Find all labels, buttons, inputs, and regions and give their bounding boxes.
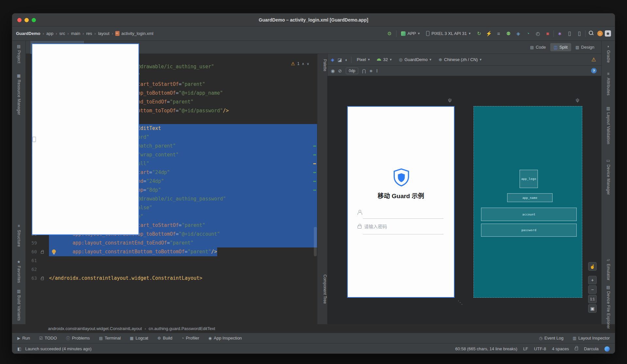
zoom-window-button[interactable] — [32, 18, 36, 22]
tool-window-button-build-variants[interactable]: ▥Build Variants — [12, 288, 25, 322]
blueprint-box-account[interactable]: account — [481, 208, 577, 221]
tool-button-logcat[interactable]: ▦Logcat — [130, 336, 148, 340]
theme-name[interactable]: Darcula — [584, 346, 599, 351]
tab-component-tree[interactable]: Component Tree — [317, 275, 327, 304]
breadcrumb-item-layout[interactable]: layout — [98, 31, 109, 36]
breadcrumb-item-guarddemo[interactable]: GuardDemo — [16, 31, 40, 36]
tool-window-button-device-manager[interactable]: ▭Device Manager — [602, 157, 615, 196]
blueprint-box-app-name[interactable]: app_name — [507, 193, 553, 202]
assistant-icon[interactable]: ∗ — [556, 30, 564, 38]
tool-button-app-inspection[interactable]: ◉App Inspection — [208, 336, 242, 340]
apply-changes-icon[interactable]: ⚡ — [485, 30, 493, 38]
line-ending[interactable]: LF — [523, 346, 528, 351]
tool-window-button-favorites[interactable]: ★Favorites — [12, 258, 25, 284]
tool-window-button-device-file-explorer[interactable]: ▤Device File Explorer — [602, 284, 615, 330]
profiler-legacy-icon[interactable]: ◴ — [534, 30, 542, 38]
tool-window-button-resource-manager[interactable]: ▦Resource Manager — [12, 72, 25, 116]
profiler-icon[interactable]: ◔ — [524, 30, 532, 38]
pair-device-icon[interactable]: ▯ — [575, 30, 583, 38]
breadcrumb-item-app[interactable]: app — [46, 31, 54, 36]
help-icon[interactable]: ? — [591, 68, 597, 73]
design-preview-phone[interactable]: 移动 Guard 示例 请输入密码 — [347, 106, 455, 298]
blueprint-screen[interactable]: app_logoapp_nameaccountpassword — [474, 106, 582, 298]
search-icon[interactable] — [587, 30, 595, 38]
api-selector[interactable]: 32▾ — [375, 56, 394, 63]
tool-window-button-gradle[interactable]: ◗Gradle — [602, 43, 615, 64]
stop-icon[interactable]: ■ — [544, 30, 552, 38]
zoom-reset-button[interactable]: 1:1 — [588, 295, 597, 303]
indent-setting[interactable]: 4 spaces — [552, 346, 569, 351]
debug-icon[interactable]: ⚉ — [505, 30, 512, 38]
breadcrumb-element[interactable]: cn.authing.guard.PasswordEditText — [149, 326, 215, 331]
zoom-in-button[interactable]: + — [588, 276, 597, 284]
design-surface[interactable]: ψ ψ 移动 Guard 示例 — [328, 76, 601, 324]
tool-button-profiler[interactable]: ◔Profiler — [182, 336, 199, 340]
code-line[interactable]: 63</androidx.constraintlayout.widget.Con… — [26, 274, 317, 283]
mode-code[interactable]: ▤Code — [526, 43, 549, 51]
pan-button[interactable]: ☝ — [588, 262, 597, 271]
tool-button-run[interactable]: ▶Run — [17, 336, 30, 340]
breadcrumb-item-activity-login-xml[interactable]: activity_login.xml — [115, 31, 153, 36]
magnet-icon[interactable]: ⋂ — [362, 68, 366, 73]
minimize-window-button[interactable] — [24, 18, 29, 22]
tool-button-todo[interactable]: ☑TODO — [39, 336, 57, 340]
tool-window-button-structure[interactable]: ≡Structure — [12, 222, 25, 248]
default-margin-button[interactable]: 0dp — [346, 68, 358, 74]
wrench-icon[interactable]: ⚙ — [386, 30, 394, 38]
inspection-widget[interactable]: ⚠ 1 ∧ ∨ — [291, 61, 309, 66]
device-selector[interactable]: Pixel▾ — [355, 56, 372, 63]
blueprint-toggle-icon[interactable]: ◪ — [338, 57, 342, 62]
status-message[interactable]: Launch succeeded (4 minutes ago) — [25, 346, 91, 351]
tool-button-problems[interactable]: ⓘProblems — [66, 335, 90, 341]
password-placeholder[interactable]: 请输入密码 — [364, 223, 387, 229]
code-line[interactable]: 59app:layout_constraintEnd_toEndOf="pare… — [26, 239, 317, 247]
tool-window-button-project[interactable]: ▤Project — [12, 43, 25, 65]
tab-palette[interactable]: Palette — [317, 59, 327, 71]
device-selector-main[interactable]: PIXEL 3 XL API 31 ▾ — [424, 30, 473, 37]
breadcrumb-element[interactable]: androidx.constraintlayout.widget.Constra… — [48, 326, 142, 331]
tool-button-build[interactable]: ⚙Build — [157, 336, 172, 340]
blueprint-box-password[interactable]: password — [481, 224, 577, 237]
zoom-fit-button[interactable]: ▣ — [588, 304, 597, 313]
layers-icon[interactable]: ◈ — [331, 57, 334, 62]
locale-selector[interactable]: ⊕Chinese (zh / CN)▾ — [437, 56, 484, 63]
close-window-button[interactable] — [17, 18, 22, 22]
breadcrumb-item-main[interactable]: main — [71, 31, 80, 36]
attach-debugger-icon[interactable]: ◈ — [514, 30, 522, 38]
tool-window-button-layout-validation[interactable]: ▥Layout Validation — [602, 105, 615, 146]
titlebar[interactable]: GuardDemo – activity_login.xml [GuardDem… — [12, 13, 615, 26]
zoom-out-button[interactable]: − — [588, 285, 597, 294]
ide-indicator-icon[interactable] — [604, 346, 610, 352]
tool-button-event-log[interactable]: ◷Event Log — [539, 336, 564, 340]
tool-button-layout-inspector[interactable]: ▥Layout Inspector — [573, 336, 610, 340]
code-line[interactable]: 61 — [26, 256, 317, 265]
tool-window-switcher-icon[interactable]: ◧ — [17, 346, 21, 351]
blueprint-box-app-logo[interactable]: app_logo — [520, 170, 538, 188]
password-input-underline[interactable] — [363, 234, 443, 234]
profile-app-icon[interactable]: ≡ — [495, 30, 503, 38]
design-warning-icon[interactable]: ⚠ — [591, 56, 596, 63]
prev-problem-icon[interactable]: ∧ — [302, 62, 304, 66]
next-problem-icon[interactable]: ∨ — [307, 62, 309, 66]
update-icon[interactable]: ↑ — [597, 31, 603, 36]
guideline-icon[interactable]: Ⅰ — [376, 68, 378, 73]
rerun-icon[interactable]: ↻ — [475, 30, 483, 38]
theme-selector[interactable]: ◎GuardDemo▾ — [397, 56, 433, 63]
tool-window-button-attributes[interactable]: ≡Attributes — [602, 70, 615, 97]
avatar-icon[interactable]: ☻ — [605, 30, 611, 37]
breadcrumb-item-src[interactable]: src — [59, 31, 65, 36]
mode-design[interactable]: ▧Design — [572, 43, 598, 51]
wand-icon[interactable]: ∗ — [369, 68, 373, 73]
account-input-underline[interactable] — [363, 218, 443, 219]
intention-bulb-icon[interactable] — [52, 249, 56, 253]
code-line[interactable]: 62 — [26, 265, 317, 274]
device-manager-icon[interactable]: ▯ — [566, 30, 573, 38]
file-encoding[interactable]: UTF-8 — [534, 346, 546, 351]
editor-scrollbar[interactable] — [314, 227, 317, 256]
tool-button-terminal[interactable]: ▤Terminal — [99, 336, 121, 340]
readonly-lock-icon[interactable] — [575, 348, 578, 350]
mode-split[interactable]: ◫Split — [550, 43, 571, 51]
pointer-icon[interactable]: ⊘ — [338, 68, 342, 73]
tool-window-button-emulator[interactable]: ▱Emulator — [602, 256, 615, 282]
view-options-icon[interactable]: ◉ — [331, 68, 335, 73]
